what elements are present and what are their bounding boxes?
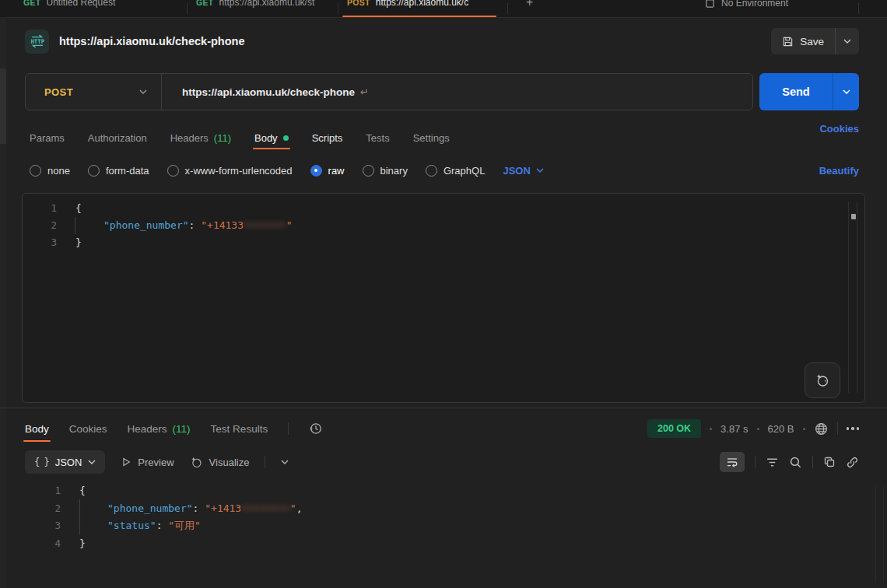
divider <box>265 456 265 468</box>
send-options-button[interactable] <box>833 73 859 110</box>
play-icon <box>121 457 131 467</box>
mode-label: raw <box>328 165 345 177</box>
send-split-button: Send <box>759 73 859 110</box>
code-lines: 1 { 2 "phone_number": "+1413••••••••", 3… <box>22 481 865 552</box>
token-colon: : <box>189 219 202 231</box>
search-response-button[interactable] <box>789 456 802 469</box>
tab-settings[interactable]: Settings <box>413 123 450 152</box>
response-tab-body[interactable]: Body <box>25 414 49 443</box>
tab-divider <box>507 3 508 14</box>
cookies-link[interactable]: Cookies <box>819 123 859 152</box>
response-history-button[interactable] <box>309 422 323 436</box>
save-icon <box>782 36 794 47</box>
method-select[interactable]: POST <box>26 86 161 98</box>
line-number: 2 <box>22 500 73 518</box>
chevron-down-icon <box>536 168 544 173</box>
indent-guide <box>79 499 80 534</box>
mode-label: none <box>47 165 70 177</box>
request-body-editor[interactable]: 1 { 2 "phone_number": "+14133•••••••" 3 … <box>22 193 865 403</box>
tab-label: Body <box>254 132 278 144</box>
tab-params[interactable]: Params <box>30 123 65 152</box>
mode-x-www-form-urlencoded[interactable]: x-www-form-urlencoded <box>167 165 293 177</box>
filter-button[interactable] <box>766 457 779 468</box>
send-button[interactable]: Send <box>759 73 833 110</box>
mode-raw[interactable]: raw <box>310 165 345 177</box>
editor-scrollbar-handle[interactable] <box>851 214 856 219</box>
status-badge[interactable]: 200 OK <box>647 419 701 438</box>
code-lines: 1 { 2 "phone_number": "+14133•••••••" 3 … <box>23 194 864 251</box>
mode-form-data[interactable]: form-data <box>88 165 149 177</box>
mode-graphql[interactable]: GraphQL <box>426 165 485 177</box>
response-toolbar: { } JSON Preview Visualize <box>25 450 859 474</box>
code-line: 3 } <box>23 234 864 251</box>
divider <box>755 456 756 468</box>
tab-divider <box>187 3 188 14</box>
line-number: 2 <box>23 217 69 234</box>
request-tab-1[interactable]: GET Untitled Request <box>23 0 115 8</box>
url-bar-row: POST https://api.xiaomu.uk/check-phone ↵… <box>6 68 887 115</box>
tab-label: Body <box>25 423 49 435</box>
save-button[interactable]: Save <box>771 28 835 54</box>
beautify-link[interactable]: Beautify <box>819 165 859 177</box>
active-tab-underline <box>342 16 496 17</box>
network-info-button[interactable] <box>814 422 829 436</box>
line-number: 1 <box>23 200 69 217</box>
token-key: "phone_number" <box>107 502 193 514</box>
new-tab-button[interactable]: + <box>526 0 533 9</box>
request-tab-3-active[interactable]: POST https://api.xiaomu.uk/c <box>347 0 468 8</box>
wrap-text-button[interactable] <box>720 452 745 472</box>
line-number: 1 <box>22 482 73 500</box>
response-tab-headers[interactable]: Headers (11) <box>128 414 191 443</box>
tab-label: Params <box>30 132 65 144</box>
more-options-button[interactable] <box>847 427 860 430</box>
tab-authorization[interactable]: Authorization <box>88 123 147 152</box>
token-string: "+14133 <box>201 219 244 231</box>
http-request-icon: HTTP <box>25 30 49 54</box>
url-value: https://api.xiaomu.uk/check-phone <box>182 86 355 98</box>
tab-label: Authorization <box>88 132 147 144</box>
code-line: 1 { <box>23 200 864 217</box>
redacted-phone-digits: •••••••• <box>241 502 290 514</box>
raw-format-select[interactable]: JSON <box>503 165 543 177</box>
postbot-button[interactable] <box>805 362 840 398</box>
response-format-select[interactable]: { } JSON <box>25 450 105 474</box>
response-size[interactable]: 620 B <box>768 423 794 435</box>
search-icon <box>789 456 802 469</box>
preview-button[interactable]: Preview <box>121 457 174 468</box>
response-tab-cookies[interactable]: Cookies <box>69 414 107 443</box>
tab-title: https://api.xiaomu.uk/c <box>376 0 468 8</box>
response-view-options-button[interactable] <box>281 460 289 464</box>
link-icon <box>846 456 859 469</box>
response-time[interactable]: 3.87 s <box>720 423 748 435</box>
dot-separator <box>757 428 759 430</box>
mode-none[interactable]: none <box>30 165 70 177</box>
request-tab-2[interactable]: GET https://api.xiaomu.uk/st <box>196 0 314 8</box>
visualize-button[interactable]: Visualize <box>190 456 250 469</box>
environment-selector[interactable]: No Environment <box>705 0 788 9</box>
tab-tests[interactable]: Tests <box>366 123 389 152</box>
copy-response-button[interactable] <box>823 456 836 468</box>
radio-icon <box>88 165 100 177</box>
dot-separator <box>710 428 712 430</box>
mode-binary[interactable]: binary <box>363 165 408 177</box>
redacted-phone-digits: ••••••• <box>244 219 286 231</box>
url-input[interactable]: https://api.xiaomu.uk/check-phone ↵ <box>162 86 369 98</box>
response-tab-test-results[interactable]: Test Results <box>211 414 268 443</box>
token-key: "phone_number" <box>103 219 189 231</box>
token-colon: : <box>193 502 205 514</box>
editor-scrollbar-track[interactable] <box>848 201 857 393</box>
copy-link-button[interactable] <box>846 456 859 469</box>
response-body-viewer[interactable]: 1 { 2 "phone_number": "+1413••••••••", 3… <box>22 481 865 588</box>
save-options-button[interactable] <box>836 28 859 54</box>
save-split-button: Save <box>771 28 859 54</box>
tab-body[interactable]: Body <box>254 123 289 152</box>
workspace-tab-bar: GET Untitled Request GET https://api.xia… <box>0 0 887 18</box>
tab-headers[interactable]: Headers (11) <box>170 123 231 152</box>
tab-scripts[interactable]: Scripts <box>312 123 343 152</box>
has-content-dot <box>283 135 289 141</box>
radio-icon <box>363 165 374 177</box>
response-scrollbar-track[interactable] <box>875 485 884 582</box>
chevron-down-icon <box>843 89 850 94</box>
method-label: POST <box>44 86 73 98</box>
line-number: 3 <box>22 517 73 535</box>
